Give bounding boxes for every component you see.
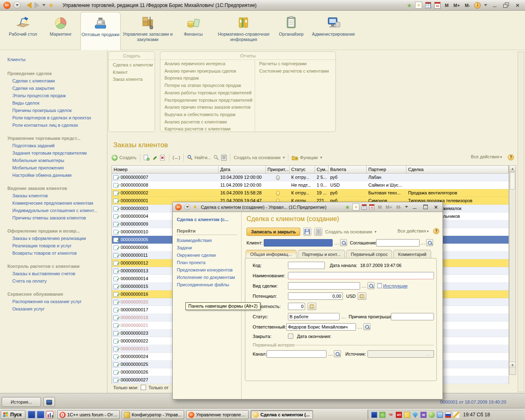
agreement-search-icon[interactable]: [426, 239, 433, 246]
calendar-icon[interactable]: [434, 2, 441, 9]
kind-field[interactable]: [288, 282, 360, 290]
agreement-field[interactable]: [376, 239, 420, 247]
help-icon[interactable]: [433, 228, 439, 234]
column-header-deal[interactable]: Сделка: [406, 166, 509, 173]
create-based-on-button[interactable]: Создать на основании: [325, 229, 377, 234]
sidebar-item[interactable]: Заказы к оформлению реализации: [0, 235, 107, 242]
report-item[interactable]: Состояние расчетов с клиентами: [255, 68, 335, 75]
tray-icon[interactable]: [453, 412, 459, 418]
page-scrollbar-strip[interactable]: [518, 52, 524, 392]
history-button[interactable]: История...: [2, 397, 41, 407]
channel-search-icon[interactable]: [334, 350, 341, 357]
main-menu-button[interactable]: [14, 2, 21, 9]
column-header-currency[interactable]: Валюта: [329, 166, 367, 173]
sidebar-item[interactable]: Возвраты товаров от клиентов: [0, 249, 107, 257]
report-item[interactable]: Анализ причин отмены заказов клиентов: [160, 104, 254, 111]
close-button[interactable]: [514, 2, 522, 9]
sidebar-item[interactable]: Сделки на закрытие: [0, 84, 107, 92]
tray-icon[interactable]: [429, 412, 435, 418]
kind-browse-button[interactable]: ...: [362, 283, 367, 290]
sidebar-item[interactable]: Роли контактных лиц в сделках: [0, 121, 107, 129]
sidebar-item[interactable]: Роли партнеров в сделках и проектах: [0, 114, 107, 121]
quick-launch-chart-icon[interactable]: [46, 411, 53, 418]
sidebar-item[interactable]: Этапы процессов продаж: [0, 92, 107, 99]
sidebar-item[interactable]: Причины проигрыша сделок: [0, 107, 107, 114]
table-scrollbar[interactable]: [509, 165, 516, 375]
tray-icon[interactable]: М: [420, 412, 427, 418]
deal-tab[interactable]: Комментарий: [393, 250, 431, 258]
taskbar-task[interactable]: Конфигуратор - Управ...: [122, 410, 184, 419]
table-row[interactable]: 00000000002 16.04.2009 15:58:28 К отгру.…: [112, 189, 509, 197]
save-button[interactable]: [303, 228, 311, 236]
memory-m-minus-button[interactable]: M-: [464, 3, 471, 8]
sidebar-item[interactable]: Индивидуальные соглашения с клиент...: [0, 207, 107, 214]
sidebar-item[interactable]: Коммерческие предложения клиентам: [0, 199, 107, 207]
probability-field[interactable]: 0: [288, 303, 305, 310]
memory-m-plus-button[interactable]: M+: [385, 205, 393, 210]
functions-button[interactable]: Функции: [292, 155, 322, 160]
tray-icon[interactable]: [371, 412, 377, 418]
channel-field[interactable]: [267, 350, 326, 358]
closed-checkbox[interactable]: [288, 333, 293, 339]
sidebar-item[interactable]: Реализации товаров и услуг: [0, 242, 107, 249]
taskbar-task[interactable]: Сделка с клиентом (...: [251, 410, 313, 419]
favorites-star-icon[interactable]: [193, 204, 198, 210]
info-dropdown-icon[interactable]: [484, 4, 487, 6]
loss-reason-field[interactable]: [391, 313, 434, 320]
deal-nav-item[interactable]: План проекта: [173, 259, 241, 266]
deal-nav-item[interactable]: Задачи: [173, 244, 241, 251]
forward-button[interactable]: [34, 2, 39, 9]
tab-finance[interactable]: Финансы: [175, 12, 212, 50]
sidebar-item[interactable]: Виды сделок: [0, 99, 107, 107]
responsible-search-icon[interactable]: [363, 323, 370, 330]
deal-nav-item[interactable]: Присоединенные файлы: [173, 281, 241, 288]
window-menu-button[interactable]: [184, 204, 190, 210]
tab-reference-info[interactable]: Нормативно-справочная информация: [212, 12, 275, 50]
create-based-on-button[interactable]: Создать на основании: [234, 155, 285, 160]
all-actions-button[interactable]: Все действия: [397, 228, 429, 233]
tab-wholesale-active[interactable]: Оптовые продажи: [80, 12, 121, 50]
favorites-go-icon[interactable]: [407, 2, 412, 9]
column-header-sum[interactable]: Сум...: [315, 166, 329, 173]
client-search-icon[interactable]: [340, 239, 347, 246]
memory-m-button[interactable]: M: [377, 205, 382, 210]
report-item[interactable]: Анализ первичного интереса: [160, 60, 254, 68]
create-panel-item[interactable]: Клиент: [109, 69, 155, 76]
sidebar-item[interactable]: Распоряжения на оказание услуг: [0, 298, 107, 305]
tray-icon[interactable]: АП: [396, 412, 402, 418]
deal-tab[interactable]: Общая информац...: [246, 250, 297, 258]
favorites-go-icon[interactable]: [345, 204, 350, 210]
report-item[interactable]: Расчеты с партнерами: [255, 60, 335, 68]
create-panel-item[interactable]: Заказ клиента: [109, 76, 155, 83]
create-panel-item[interactable]: Сделка с клиентом: [109, 62, 155, 69]
all-actions-button[interactable]: Все действия: [471, 154, 502, 159]
show-list-button[interactable]: [314, 228, 322, 236]
set-interval-button[interactable]: (↔): [173, 155, 180, 160]
responsible-field[interactable]: Федоров Борис Михайлович: [286, 323, 356, 331]
source-field[interactable]: [368, 350, 434, 358]
agreement-browse-button[interactable]: ...: [420, 240, 425, 247]
sidebar-item[interactable]: Мобильные приложения: [0, 164, 107, 171]
column-header-date[interactable]: Дата: [219, 166, 266, 173]
report-item[interactable]: Воронка продаж: [160, 75, 254, 82]
close-button[interactable]: [432, 203, 440, 210]
sidebar-item[interactable]: Клиенты: [0, 56, 107, 63]
sidebar-item[interactable]: Счета на оплату: [0, 277, 107, 285]
name-field[interactable]: [288, 272, 434, 279]
deal-nav-item[interactable]: Исполнение по документам: [173, 274, 241, 281]
favorites-add-icon[interactable]: [352, 203, 359, 210]
only-my-checkbox[interactable]: [141, 385, 146, 390]
copy-button[interactable]: [144, 155, 150, 161]
sidebar-item[interactable]: Заказы клиентов: [0, 192, 107, 199]
tab-desktop[interactable]: Рабочий стол: [5, 12, 41, 50]
save-close-button[interactable]: Записать и закрыть: [247, 228, 300, 236]
report-item[interactable]: Анализ расчетов с клиентами: [160, 119, 254, 126]
favorites-add-icon[interactable]: [415, 2, 422, 9]
scroll-up-icon[interactable]: [509, 166, 516, 172]
quick-launch-icon-2[interactable]: [37, 411, 44, 418]
tab-administration[interactable]: Администрирование: [308, 12, 359, 50]
kind-search-icon[interactable]: [368, 282, 374, 289]
potential-calculator-button[interactable]: [358, 292, 366, 300]
code-field[interactable]: [288, 262, 325, 269]
deal-nav-item[interactable]: Предложения конкурентов: [173, 266, 241, 274]
